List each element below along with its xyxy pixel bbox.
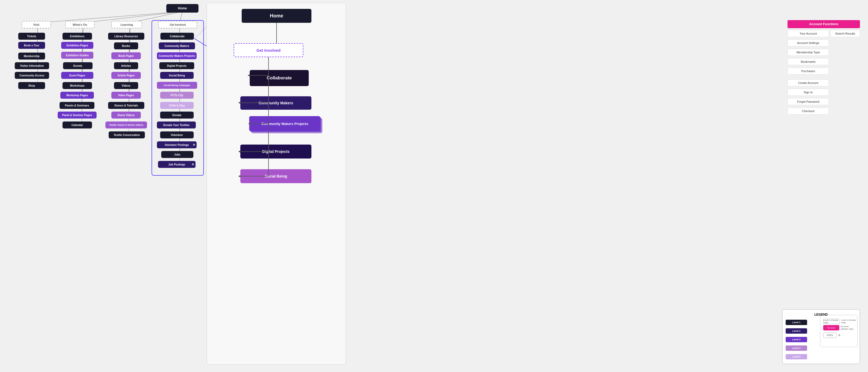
membership-type-item[interactable]: Membership Type <box>787 49 829 56</box>
jobs-left[interactable]: Jobs <box>161 151 193 158</box>
detail-connectors <box>207 3 346 365</box>
donate-textiles-left[interactable]: Donate Your Textiles <box>157 122 196 128</box>
exhibition-pages-node[interactable]: Exhibition Pages <box>61 42 93 49</box>
svg-marker-67 <box>238 151 240 153</box>
panels-seminars-node[interactable]: Panels & Seminars <box>60 102 94 109</box>
tickets-node[interactable]: Tickets <box>18 33 45 40</box>
detail-panel: Home Get Involved Collaborate Community … <box>207 3 346 365</box>
event-pages-node[interactable]: Event Pages <box>61 72 93 79</box>
svg-marker-61 <box>248 74 250 76</box>
exhibitions-node[interactable]: Exhibitions <box>62 33 92 40</box>
legend-level5-row: Level 5 <box>786 354 819 360</box>
svg-marker-69 <box>238 175 240 177</box>
events-node[interactable]: Events <box>63 62 93 69</box>
fibre-city-left[interactable]: FiTTe City <box>160 92 194 99</box>
exhibition-guides-node[interactable]: Exhibition Guides <box>61 52 93 59</box>
legend-no-level-box: No level <box>823 325 839 331</box>
job-postings-left[interactable]: Job Postings ⚙ <box>158 161 195 168</box>
legend-level3-box: Level 3 <box>786 337 807 342</box>
demos-tutorials-node[interactable]: Demos & Tutorials <box>108 102 144 109</box>
panel-seminar-pages-node[interactable]: Panel & Seminar Pages <box>58 112 97 119</box>
community-makers-projects-detail-node[interactable]: Community Makers Projects <box>249 116 320 131</box>
visit-node[interactable]: Visit <box>22 21 51 28</box>
sign-in-item[interactable]: Sign In <box>787 89 829 96</box>
legend-level4-box: Level 4 <box>786 345 807 351</box>
svg-line-12 <box>82 27 83 54</box>
book-tour-node[interactable]: Book a Tour <box>18 42 45 49</box>
legend-level1-box: Level 1 <box>786 320 807 325</box>
digital-projects-detail-node[interactable]: Digital Projects <box>240 145 311 158</box>
articles-node[interactable]: Articles <box>114 62 138 69</box>
collaborate-detail-node[interactable]: Collaborate <box>250 70 309 86</box>
svg-line-22 <box>129 27 130 55</box>
checkout-item[interactable]: Checkout <box>787 107 829 115</box>
legend-title: LEGEND <box>786 313 857 316</box>
account-functions-header: Account Functions <box>787 20 860 28</box>
textile-teach-series-node[interactable]: Textile Teach in Series Videos <box>105 122 147 128</box>
videos-node[interactable]: Videos <box>114 82 138 89</box>
books-node[interactable]: Books <box>114 42 138 49</box>
legend-level1-row: Level 1 <box>786 320 819 325</box>
search-results-item[interactable]: Search Results <box>831 30 860 37</box>
legend-level2-row: Level 2 <box>786 328 819 334</box>
social-being-left[interactable]: Social Being <box>160 72 194 79</box>
svg-line-28 <box>129 27 130 115</box>
svg-marker-63 <box>238 102 240 104</box>
bookmarks-item[interactable]: Bookmarks <box>787 58 829 65</box>
legend-pdfs-box: PDFs <box>823 333 837 338</box>
calendar-node[interactable]: Calendar <box>62 122 92 128</box>
collaborate-node-left[interactable]: Collaborate <box>160 33 194 40</box>
svg-line-46 <box>194 27 207 39</box>
book-pages-node[interactable]: Book Pages <box>111 52 141 59</box>
get-involved-node-left[interactable]: Get Involved <box>158 21 197 28</box>
membership-node[interactable]: Membership <box>18 53 45 60</box>
whats-on-node[interactable]: What's On <box>65 21 95 28</box>
textile-conservation-node[interactable]: Textile Conservation <box>108 131 145 138</box>
community-makers-detail-node[interactable]: Community Makers <box>240 96 311 110</box>
legend-level2-box: Level 2 <box>786 328 807 334</box>
volunteer-left[interactable]: Volunteer <box>160 131 194 138</box>
your-account-item[interactable]: Your Account <box>787 30 829 37</box>
forgot-password-item[interactable]: Forgot Password <box>787 98 829 105</box>
purchases-item[interactable]: Purchases <box>787 68 829 74</box>
volunteer-postings-left[interactable]: Volunteer Postings ⚙ <box>157 141 197 148</box>
legend-level3-row: Level 3 <box>786 337 819 342</box>
learning-node[interactable]: Learning <box>111 21 142 28</box>
community-makers-left[interactable]: Community Makers <box>159 42 195 49</box>
digital-projects-left[interactable]: Digital Projects <box>159 62 194 69</box>
visitor-info-node[interactable]: Visitor Information <box>15 62 49 69</box>
shop-node[interactable]: Shop <box>18 82 45 89</box>
home-detail-node[interactable]: Home <box>242 9 311 23</box>
workshops-node[interactable]: Workshops <box>62 82 92 89</box>
get-involved-detail-node[interactable]: Get Involved <box>234 43 303 57</box>
library-resources-node[interactable]: Library Resources <box>108 33 144 40</box>
create-account-item[interactable]: Create Account <box>787 80 829 86</box>
svg-line-18 <box>82 27 83 115</box>
legend-level5-box: Level 5 <box>786 354 807 360</box>
canvas: Home Visit Tickets Book a Tour Membershi… <box>0 0 868 372</box>
cloth-clay-left[interactable]: Cloth & Clay <box>160 102 194 109</box>
account-settings-item[interactable]: Account Settings <box>787 39 829 46</box>
legend-level4-row: Level 4 <box>786 345 819 351</box>
social-being-subpages-left[interactable]: Social Being Subpages <box>157 82 197 89</box>
home-node-left[interactable]: Home <box>166 4 198 12</box>
video-pages-node[interactable]: Video Pages <box>111 92 141 99</box>
legend-cluster-box: Level 1 (Cluster only) <box>823 319 840 324</box>
social-being-detail-node[interactable]: Social Being <box>240 169 311 183</box>
article-pages-node[interactable]: Article Pages <box>111 72 141 79</box>
workshop-pages-node[interactable]: Workshop Pages <box>60 92 94 99</box>
community-makers-projects-left[interactable]: Community Makers Projects <box>157 52 197 59</box>
demo-videos-node[interactable]: Demo Videos <box>111 112 141 119</box>
community-access-node[interactable]: Community Access <box>15 72 49 79</box>
donate-left[interactable]: Donate <box>160 112 194 119</box>
account-functions-panel: Account Functions Your Account Account S… <box>787 20 860 115</box>
legend-panel: LEGEND Level 1 Level 2 Level 3 <box>782 309 860 364</box>
